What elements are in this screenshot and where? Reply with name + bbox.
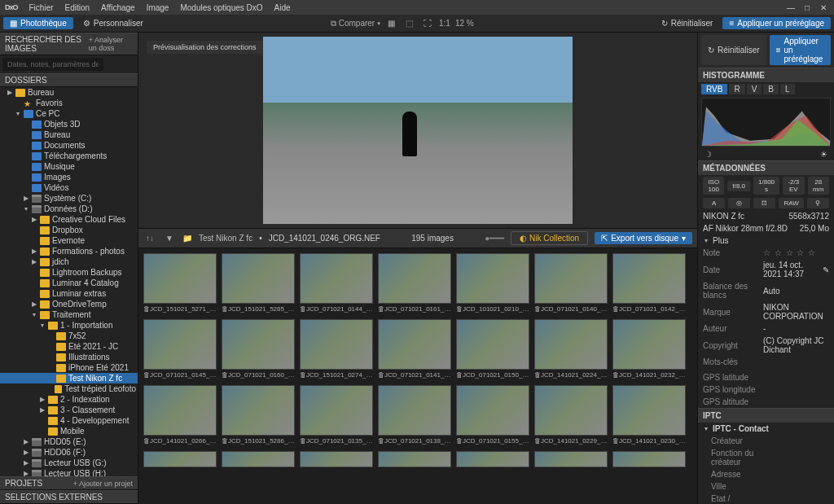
thumbnail[interactable] — [222, 451, 295, 467]
thumbnail[interactable]: 🗑JCD_151021_5271_ORG.N... — [143, 253, 217, 314]
thumbnail[interactable]: 🗑JCD_071021_0161_ORG.N... — [378, 253, 451, 314]
histo-tab-rvb[interactable]: RVB — [701, 84, 727, 94]
zoom-pct[interactable]: 12 % — [455, 19, 474, 28]
tree-item[interactable]: Vidéos — [0, 182, 138, 193]
thumbnail[interactable]: 🗑JCD_071021_0150_ORG.N... — [456, 319, 529, 380]
tree-item[interactable]: Mobile — [0, 426, 138, 436]
tree-item[interactable]: ▶Creative Cloud Files — [0, 214, 138, 225]
thumbnail[interactable]: 🗑JCD_071021_0155_ORG.N... — [456, 385, 529, 446]
fit-icon[interactable]: ⬚ — [403, 17, 416, 30]
tree-item[interactable]: Test trépied Leofoto — [0, 383, 138, 394]
tree-item[interactable]: Lightroom Backups — [0, 267, 138, 278]
tree-item[interactable]: ▶Lecteur USB (H:) — [0, 468, 138, 476]
moon-icon[interactable]: ☽ — [705, 150, 712, 159]
tree-item[interactable]: ▶Lecteur USB (G:) — [0, 458, 138, 468]
folder-tree[interactable]: ▶Bureau★Favoris▾Ce PCObjets 3DBureauDocu… — [0, 87, 138, 476]
tree-item[interactable]: Test Nikon Z fc — [0, 373, 138, 383]
thumbnail[interactable]: 🗑JCD_151021_0274_ORG.N... — [300, 319, 373, 380]
thumbnail[interactable]: 🗑JCD_071021_0142_ORG.N... — [612, 253, 686, 314]
analyze-link[interactable]: + Analyser un doss — [89, 36, 133, 52]
thumbnail[interactable]: 🗑JCD_101021_0210_ORG.N... — [456, 253, 529, 314]
tree-item[interactable]: 4 - Developpement — [0, 415, 138, 426]
tree-item[interactable]: ▶jdich — [0, 256, 138, 267]
sun-icon[interactable]: ☀ — [820, 150, 827, 159]
reset-button-right[interactable]: ↻ Réinitialiser — [701, 35, 766, 65]
menu-edit[interactable]: Edition — [65, 3, 90, 12]
tree-item[interactable]: Images — [0, 172, 138, 182]
tree-item[interactable]: ▶Formations - photos — [0, 246, 138, 256]
menu-view[interactable]: Affichage — [101, 3, 135, 12]
thumbnail[interactable] — [534, 451, 608, 467]
thumbnail[interactable]: 🗑JCD_071021_0135_ORG.N... — [300, 385, 373, 446]
thumbnail[interactable]: 🗑JCD_141021_0230_ORG.N... — [612, 385, 686, 446]
thumbnail[interactable]: 🗑JCD_071021_0145_ORG.N... — [143, 319, 217, 380]
menu-image[interactable]: Image — [147, 3, 169, 12]
export-button[interactable]: ⇱ Export vers disque ▾ — [595, 232, 692, 244]
filter-icon[interactable]: ▼ — [163, 232, 176, 245]
iptc-field[interactable]: Ville — [698, 480, 834, 493]
tree-item[interactable]: Eté 2021 - JC — [0, 341, 138, 352]
tree-item[interactable]: ▶OneDriveTemp — [0, 299, 138, 309]
thumbnail[interactable]: 🗑JCD_071021_0144_ORG.N... — [300, 253, 373, 314]
thumbnail[interactable] — [378, 451, 451, 467]
zoom-ratio[interactable]: 1:1 — [439, 19, 450, 28]
tree-item[interactable]: Bureau — [0, 129, 138, 140]
thumbnail[interactable] — [612, 451, 686, 467]
thumbnail[interactable]: 🗑JCD_071021_0140_ORG.N... — [534, 253, 608, 314]
tree-item[interactable]: ▶Système (C:) — [0, 193, 138, 204]
thumbnail[interactable]: 🗑JCD_141021_0266_ORG.N... — [143, 385, 217, 446]
tree-item[interactable]: ▾1 - Importation — [0, 320, 138, 331]
tree-item[interactable]: ▶Bureau — [0, 87, 138, 98]
tree-item[interactable]: Dropbox — [0, 225, 138, 235]
tree-item[interactable]: Objets 3D — [0, 119, 138, 129]
window-max-icon[interactable]: □ — [801, 3, 813, 12]
histo-tab-b[interactable]: B — [763, 84, 779, 94]
window-min-icon[interactable]: — — [785, 3, 797, 12]
thumbnail[interactable] — [300, 451, 373, 467]
apply-preset-button[interactable]: ≡ Appliquer un préréglage — [722, 17, 831, 29]
search-input[interactable] — [2, 58, 103, 71]
tree-item[interactable]: Téléchargements — [0, 151, 138, 161]
window-close-icon[interactable]: ✕ — [818, 3, 829, 12]
apply-preset-button-right[interactable]: ≡ Appliquer un préréglage — [770, 35, 831, 65]
reset-button[interactable]: ↻ Réinitialiser — [655, 17, 720, 29]
tree-item[interactable]: Luminar extras — [0, 288, 138, 299]
thumbnail[interactable]: 🗑JCD_141021_0229_ORG.N... — [534, 385, 608, 446]
histo-tab-l[interactable]: L — [780, 84, 795, 94]
iptc-field[interactable]: Fonction du créateur — [698, 447, 834, 468]
tree-item[interactable]: ▾Ce PC — [0, 108, 138, 119]
tree-item[interactable]: iPhone Eté 2021 — [0, 362, 138, 373]
tree-item[interactable]: ★Favoris — [0, 98, 138, 108]
tree-item[interactable]: Evernote — [0, 235, 138, 246]
tree-item[interactable]: Musique — [0, 161, 138, 172]
sort-icon[interactable]: ↑↓ — [143, 232, 156, 245]
expand-icon[interactable]: ⛶ — [421, 17, 434, 30]
thumbnail[interactable]: 🗑JCD_071021_0138_ORG.N... — [378, 385, 451, 446]
menu-file[interactable]: Fichier — [29, 3, 54, 12]
tree-item[interactable]: ▾Données (D:) — [0, 204, 138, 214]
plus-toggle[interactable]: ▾Plus — [698, 234, 834, 247]
thumbnail[interactable] — [143, 451, 217, 467]
menu-help[interactable]: Aide — [274, 3, 291, 12]
tree-item[interactable]: ▶3 - Classement — [0, 405, 138, 415]
tree-item[interactable]: ▶HDD05 (E:) — [0, 436, 138, 447]
compare-button[interactable]: ⧉ Comparer ▾ — [331, 19, 380, 28]
tree-item[interactable]: ▶HDD06 (F:) — [0, 447, 138, 458]
edit-icon[interactable]: ✎ — [823, 265, 829, 274]
tab-customize[interactable]: ⚙ Personnaliser — [77, 17, 150, 29]
tab-library[interactable]: ▦ Photothèque — [3, 17, 73, 29]
tree-item[interactable]: Illustrations — [0, 352, 138, 362]
tree-item[interactable]: Documents — [0, 140, 138, 151]
iptc-contact-toggle[interactable]: ▾IPTC - Contact — [698, 423, 834, 435]
tree-item[interactable]: ▶2 - Indexation — [0, 394, 138, 405]
grid-icon[interactable]: ▦ — [385, 17, 398, 30]
add-project-link[interactable]: + Ajouter un projet — [73, 480, 133, 488]
tree-item[interactable]: 7x52 — [0, 331, 138, 341]
thumbnail[interactable]: 🗑JCD_071021_0141_ORG.N... — [378, 319, 451, 380]
iptc-field[interactable]: Adresse — [698, 468, 834, 480]
menu-optics[interactable]: Modules optiques DxO — [180, 3, 262, 12]
nik-collection-button[interactable]: ◐ Nik Collection — [511, 231, 588, 245]
iptc-field[interactable]: Créateur — [698, 435, 834, 447]
thumbnail[interactable]: 🗑JCD_151021_5285_ORG.N... — [222, 253, 295, 314]
thumbnail[interactable]: 🗑JCD_071021_0160_ORG.N... — [222, 319, 295, 380]
